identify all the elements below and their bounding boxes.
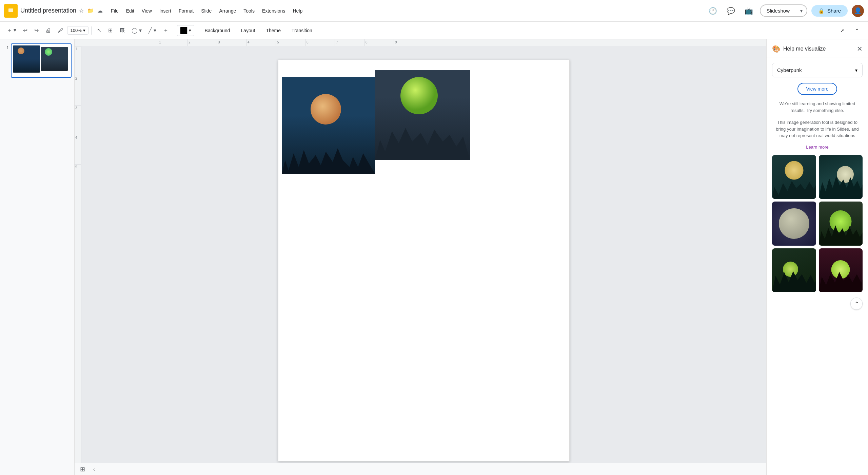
grid-view-button[interactable]: ⊞ bbox=[80, 466, 85, 473]
line-tool[interactable]: ╱ ▾ bbox=[146, 25, 159, 36]
grid-image-1[interactable] bbox=[772, 155, 816, 199]
zoom-dropdown-arrow: ▾ bbox=[83, 28, 85, 33]
paint-format-button[interactable]: 🖌 bbox=[55, 25, 66, 36]
right-panel: 🎨 Help me visualize ✕ Cyberpunk ▾ View m… bbox=[766, 39, 868, 475]
color-dropdown[interactable]: ▾ bbox=[177, 25, 194, 36]
thumb-image-1 bbox=[13, 45, 40, 73]
ruler-mark-v2: 2 bbox=[75, 76, 81, 105]
ruler-marks: 1 2 3 4 5 6 7 8 9 bbox=[158, 39, 423, 46]
lock-icon: 🔒 bbox=[818, 8, 825, 14]
panel-title: 🎨 Help me visualize bbox=[772, 45, 826, 53]
grid-image-6[interactable] bbox=[819, 248, 863, 292]
menu-edit[interactable]: Edit bbox=[123, 6, 138, 16]
present-icon[interactable]: 📺 bbox=[742, 4, 756, 18]
menu-insert[interactable]: Insert bbox=[156, 6, 175, 16]
ruler-mark-6: 6 bbox=[305, 39, 335, 46]
redo-button[interactable]: ↪ bbox=[32, 25, 41, 36]
panel-notice-1: We're still learning and showing limited… bbox=[772, 100, 863, 114]
top-bar: Untitled presentation ☆ 📁 ☁ File Edit Vi… bbox=[0, 0, 868, 22]
ruler-mark-v4: 4 bbox=[75, 135, 81, 164]
grid-image-2[interactable] bbox=[819, 155, 863, 199]
ruler-mark-7: 7 bbox=[335, 39, 364, 46]
trees-silhouette-1 bbox=[282, 147, 375, 174]
slide-thumbnail-1[interactable] bbox=[11, 43, 72, 78]
transition-button[interactable]: Transition bbox=[287, 26, 317, 35]
grid-image-3[interactable] bbox=[772, 202, 816, 246]
menu-help[interactable]: Help bbox=[289, 6, 306, 16]
cloud-icon[interactable]: ☁ bbox=[97, 7, 103, 15]
select-tool[interactable]: ⊞ bbox=[105, 25, 115, 36]
comments-icon[interactable]: 💬 bbox=[724, 4, 738, 18]
undo-button[interactable]: ↩ bbox=[20, 25, 30, 36]
star-icon[interactable]: ☆ bbox=[78, 7, 84, 15]
svg-rect-2 bbox=[10, 13, 12, 14]
layout-button[interactable]: Layout bbox=[236, 26, 260, 35]
gi3-moon bbox=[779, 208, 809, 239]
slide-canvas[interactable] bbox=[278, 60, 570, 461]
visualize-icon: 🎨 bbox=[772, 45, 781, 53]
grid-image-5[interactable] bbox=[772, 248, 816, 292]
collapse-toolbar-button[interactable]: ⌃ bbox=[850, 26, 864, 35]
image-grid bbox=[772, 155, 863, 292]
top-right-controls: 🕐 💬 📺 Slideshow ▾ 🔒 Share 👤 bbox=[706, 4, 864, 18]
menu-extensions[interactable]: Extensions bbox=[259, 6, 289, 16]
menu-view[interactable]: View bbox=[138, 6, 155, 16]
main-area: 1 1 2 3 4 5 6 7 8 9 bbox=[0, 39, 868, 475]
theme-button[interactable]: Theme bbox=[261, 26, 285, 35]
grid-image-5-inner bbox=[772, 248, 816, 292]
close-panel-button[interactable]: ✕ bbox=[857, 45, 863, 53]
bottom-bar: ⊞ ‹ bbox=[75, 463, 766, 475]
color-box bbox=[180, 27, 188, 34]
zoom-value: 100% bbox=[70, 28, 81, 33]
comment-tool[interactable]: ＋ bbox=[160, 25, 171, 36]
slide-image-2[interactable] bbox=[375, 70, 470, 160]
zoom-dropdown[interactable]: 100% ▾ bbox=[67, 26, 88, 35]
background-button[interactable]: Background bbox=[200, 26, 235, 35]
menu-bar: File Edit View Insert Format Slide Arran… bbox=[107, 6, 306, 16]
gi5-moon bbox=[783, 262, 798, 277]
svg-rect-1 bbox=[8, 8, 13, 12]
doc-title[interactable]: Untitled presentation bbox=[20, 7, 76, 14]
slide-thumb-row-1: 1 bbox=[3, 43, 72, 78]
moon-image-1 bbox=[311, 94, 341, 125]
panel-body: Cyberpunk ▾ View more We're still learni… bbox=[767, 57, 868, 475]
color-dropdown-arrow: ▾ bbox=[189, 28, 191, 33]
menu-file[interactable]: File bbox=[107, 6, 122, 16]
slide-number-1: 1 bbox=[3, 45, 9, 50]
slideshow-dropdown-arrow[interactable]: ▾ bbox=[796, 5, 807, 16]
user-avatar[interactable]: 👤 bbox=[852, 5, 864, 17]
grid-image-3-inner bbox=[772, 202, 816, 246]
grid-image-4[interactable] bbox=[819, 202, 863, 246]
fullscreen-button[interactable]: ⤢ bbox=[835, 26, 849, 35]
title-area: Untitled presentation ☆ 📁 ☁ bbox=[20, 7, 103, 15]
ruler-horizontal: 1 2 3 4 5 6 7 8 9 bbox=[75, 39, 766, 46]
app-icon bbox=[4, 4, 18, 18]
slides-panel: 1 bbox=[0, 39, 75, 475]
menu-slide[interactable]: Slide bbox=[198, 6, 215, 16]
cursor-tool[interactable]: ↖ bbox=[94, 25, 104, 36]
menu-tools[interactable]: Tools bbox=[240, 6, 258, 16]
ruler-mark-3: 3 bbox=[217, 39, 246, 46]
history-icon[interactable]: 🕐 bbox=[706, 4, 720, 18]
svg-rect-3 bbox=[9, 13, 13, 13]
add-button[interactable]: ＋ ▾ bbox=[4, 25, 19, 36]
share-button[interactable]: 🔒 Share bbox=[811, 5, 848, 17]
image-tool[interactable]: 🖼 bbox=[117, 25, 127, 36]
style-dropdown[interactable]: Cyberpunk ▾ bbox=[772, 63, 863, 77]
slide-image-1[interactable] bbox=[282, 77, 375, 174]
shape-tool[interactable]: ◯ ▾ bbox=[129, 25, 144, 36]
menu-arrange[interactable]: Arrange bbox=[216, 6, 239, 16]
ruler-mark-1: 1 bbox=[158, 39, 187, 46]
slideshow-label[interactable]: Slideshow bbox=[761, 5, 796, 16]
learn-more-link[interactable]: Learn more bbox=[772, 145, 863, 150]
folder-icon[interactable]: 📁 bbox=[86, 7, 95, 15]
scroll-up-button[interactable]: ⌃ bbox=[850, 298, 863, 310]
slideshow-button[interactable]: Slideshow ▾ bbox=[760, 4, 807, 17]
print-button[interactable]: 🖨 bbox=[43, 25, 54, 36]
canvas-area[interactable]: 1 2 3 4 5 6 7 8 9 1 2 3 4 5 bbox=[75, 39, 766, 475]
menu-format[interactable]: Format bbox=[175, 6, 197, 16]
separator-3 bbox=[197, 26, 197, 35]
share-label: Share bbox=[827, 8, 841, 14]
view-more-button[interactable]: View more bbox=[797, 83, 837, 95]
slides-panel-toggle[interactable]: ‹ bbox=[91, 465, 98, 473]
